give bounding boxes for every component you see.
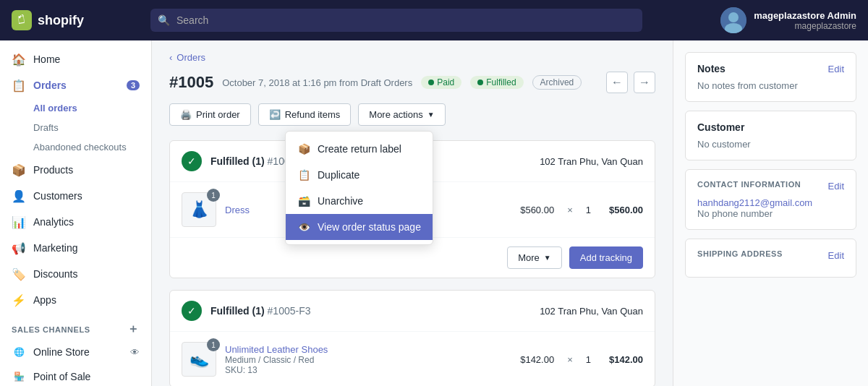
sidebar-item-all-orders[interactable]: All orders: [33, 98, 151, 118]
item-sku-2: SKU: 13: [225, 365, 511, 375]
item-qty-2: 1: [586, 354, 591, 365]
sidebar-item-discounts[interactable]: 🏷️ Discounts: [0, 261, 151, 287]
notes-header: Notes Edit: [697, 63, 844, 74]
home-icon: 🏠: [12, 52, 26, 67]
marketing-icon: 📢: [12, 241, 26, 255]
contact-edit-button[interactable]: Edit: [828, 181, 844, 192]
more-caret-card1: ▼: [544, 254, 551, 262]
item-image-2: 👟 1: [182, 342, 216, 377]
item-name-2[interactable]: Unlimited Leather Shoes: [225, 344, 511, 355]
user-info: mageplazastore Admin mageplazastore: [754, 10, 856, 31]
user-name: mageplazastore Admin: [754, 10, 856, 21]
sidebar-item-marketing[interactable]: 📢 Marketing: [0, 235, 151, 261]
main-content: ‹ Orders #1005 October 7, 2018 at 1:16 p…: [152, 0, 868, 386]
customer-section: Customer No customer: [685, 111, 856, 160]
user-store: mageplazastore: [754, 21, 856, 31]
sidebar-item-point-of-sale[interactable]: 🏪 Point of Sale: [0, 364, 151, 386]
avatar: [720, 7, 746, 33]
card-address-2: 102 Tran Phu, Van Quan: [540, 306, 643, 317]
next-order-button[interactable]: →: [634, 72, 655, 93]
shipping-header: SHIPPING ADDRESS Edit: [697, 249, 844, 261]
order-number: #1005: [169, 73, 213, 92]
add-tracking-button[interactable]: Add tracking: [569, 246, 643, 269]
search-input[interactable]: [150, 9, 642, 32]
dropdown-view-status[interactable]: 👁️ View order status page: [286, 214, 433, 240]
item-multiply-1: ×: [567, 205, 573, 215]
more-caret-icon: ▼: [427, 111, 435, 119]
contact-header: CONTACT INFORMATION Edit: [697, 180, 844, 192]
action-bar: 🖨️ Print order ↩️ Refund items More acti…: [169, 103, 655, 126]
sidebar-item-label: Discounts: [33, 268, 77, 280]
analytics-icon: 📊: [12, 215, 26, 229]
sidebar-item-label: Orders: [33, 80, 67, 91]
refund-items-button[interactable]: ↩️ Refund items: [258, 103, 352, 126]
item-price-2: $142.00: [520, 354, 554, 365]
shopify-wordmark: shopify: [38, 13, 84, 28]
item-multiply-2: ×: [567, 354, 573, 365]
pos-icon: 🏪: [12, 369, 26, 384]
item-details-2: Unlimited Leather Shoes Medium / Classic…: [225, 344, 511, 375]
print-order-button[interactable]: 🖨️ Print order: [169, 103, 251, 126]
search-bar[interactable]: 🔍: [150, 9, 642, 32]
sidebar-item-label: Home: [33, 53, 60, 65]
printer-icon: 🖨️: [180, 109, 192, 120]
sidebar-item-customers[interactable]: 👤 Customers: [0, 183, 151, 209]
contact-email[interactable]: hanhdang2112@gmail.com: [697, 197, 844, 208]
card-header-2: ✓ Fulfilled (1) #1005-F3 102 Tran Phu, V…: [170, 291, 655, 332]
sidebar-item-drafts[interactable]: Drafts: [33, 118, 151, 137]
eye-icon[interactable]: 👁: [130, 347, 140, 358]
fulfilled-icon-2: ✓: [182, 301, 202, 321]
customer-body: No customer: [697, 139, 844, 150]
dropdown-unarchive[interactable]: 🗃️ Unarchive: [286, 188, 433, 214]
more-button-card1[interactable]: More ▼: [507, 246, 562, 269]
refund-icon: ↩️: [269, 109, 281, 120]
add-channel-icon[interactable]: ＋: [127, 322, 140, 337]
item-variant-2: Medium / Classic / Red: [225, 355, 511, 365]
card-title-2: Fulfilled (1) #1005-F3: [210, 305, 311, 317]
card-address-1: 102 Tran Phu, Van Quan: [540, 156, 643, 167]
shopify-logo-icon: [12, 10, 32, 30]
sidebar-item-apps[interactable]: ⚡ Apps: [0, 287, 151, 313]
item-qty-1: 1: [586, 205, 591, 215]
sidebar-item-abandoned[interactable]: Abandoned checkouts: [33, 137, 151, 157]
fulfilled-badge: Fulfilled: [470, 76, 523, 89]
shipping-edit-button[interactable]: Edit: [828, 250, 844, 261]
item-qty-badge-2: 1: [207, 338, 220, 351]
paid-dot: [428, 80, 434, 85]
sidebar-item-analytics[interactable]: 📊 Analytics: [0, 209, 151, 235]
more-actions-dropdown: 📦 Create return label 📋 Duplicate 🗃️ Una…: [285, 131, 433, 245]
fulfilled-dot: [477, 80, 483, 85]
sidebar-item-label: Products: [33, 164, 73, 176]
order-item-row-2: 👟 1 Unlimited Leather Shoes Medium / Cla…: [170, 332, 655, 386]
create-return-icon: 📦: [297, 142, 310, 155]
notes-edit-button[interactable]: Edit: [828, 64, 844, 74]
fulfilled-icon-1: ✓: [182, 151, 202, 171]
search-icon: 🔍: [158, 14, 170, 26]
svg-point-1: [728, 12, 739, 22]
sidebar-item-label: Customers: [33, 190, 82, 202]
sidebar-item-online-store[interactable]: 🌐 Online Store 👁: [0, 340, 151, 364]
fulfilled-card-2: ✓ Fulfilled (1) #1005-F3 102 Tran Phu, V…: [169, 290, 655, 386]
customer-header: Customer: [697, 121, 844, 133]
dropdown-duplicate[interactable]: 📋 Duplicate: [286, 162, 433, 188]
sidebar-item-products[interactable]: 📦 Products: [0, 157, 151, 183]
sidebar-item-label: Analytics: [33, 216, 74, 228]
apps-icon: ⚡: [12, 293, 26, 307]
sidebar: 🏠 Home 📋 Orders 3 All orders Drafts Aban…: [0, 0, 152, 386]
paid-badge: Paid: [421, 76, 461, 89]
more-actions-button[interactable]: More actions ▼: [358, 103, 445, 126]
prev-order-button[interactable]: ←: [606, 72, 628, 93]
notes-body: No notes from customer: [697, 80, 844, 91]
duplicate-icon: 📋: [297, 168, 310, 181]
dropdown-create-return[interactable]: 📦 Create return label: [286, 136, 433, 162]
sidebar-item-home[interactable]: 🏠 Home: [0, 46, 151, 72]
top-nav: shopify 🔍 mageplazastore Admin mageplaza…: [0, 0, 868, 40]
logo-area: shopify: [12, 10, 142, 30]
sidebar-item-orders[interactable]: 📋 Orders 3: [0, 72, 151, 98]
contact-section: CONTACT INFORMATION Edit hanhdang2112@gm…: [685, 169, 856, 230]
breadcrumb[interactable]: ‹ Orders: [169, 52, 655, 63]
item-qty-badge-1: 1: [207, 189, 220, 202]
unarchive-icon: 🗃️: [297, 194, 310, 207]
online-store-icon: 🌐: [12, 345, 26, 359]
view-status-icon: 👁️: [297, 220, 310, 233]
